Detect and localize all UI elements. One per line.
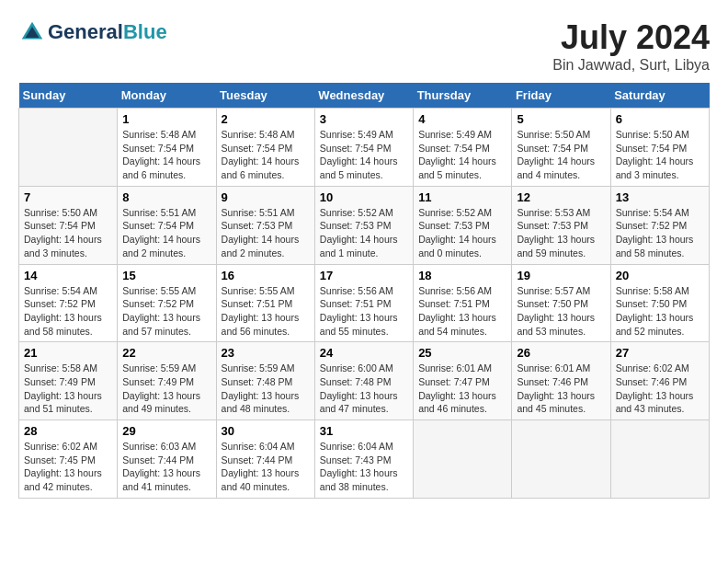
calendar-cell: 7Sunrise: 5:50 AM Sunset: 7:54 PM Daylig… bbox=[19, 186, 118, 264]
calendar-cell: 22Sunrise: 5:59 AM Sunset: 7:49 PM Dayli… bbox=[118, 342, 216, 420]
day-number: 24 bbox=[320, 346, 408, 360]
calendar-cell: 12Sunrise: 5:53 AM Sunset: 7:53 PM Dayli… bbox=[512, 186, 610, 264]
logo: GeneralBlue bbox=[18, 18, 167, 46]
calendar-week-row: 21Sunrise: 5:58 AM Sunset: 7:49 PM Dayli… bbox=[19, 342, 710, 420]
calendar-cell: 16Sunrise: 5:55 AM Sunset: 7:51 PM Dayli… bbox=[216, 264, 314, 342]
page-title: July 2024 bbox=[552, 18, 710, 57]
calendar-table: SundayMondayTuesdayWednesdayThursdayFrid… bbox=[18, 83, 710, 499]
calendar-cell: 10Sunrise: 5:52 AM Sunset: 7:53 PM Dayli… bbox=[314, 186, 413, 264]
day-number: 26 bbox=[517, 346, 605, 360]
weekday-header-saturday: Saturday bbox=[610, 83, 709, 109]
title-block: July 2024 Bin Jawwad, Surt, Libya bbox=[552, 18, 710, 74]
day-info: Sunrise: 5:49 AM Sunset: 7:54 PM Dayligh… bbox=[418, 128, 506, 182]
calendar-cell: 6Sunrise: 5:50 AM Sunset: 7:54 PM Daylig… bbox=[610, 109, 709, 187]
day-info: Sunrise: 6:01 AM Sunset: 7:47 PM Dayligh… bbox=[418, 362, 506, 416]
weekday-header-wednesday: Wednesday bbox=[314, 83, 413, 109]
calendar-cell bbox=[610, 420, 709, 499]
calendar-cell: 3Sunrise: 5:49 AM Sunset: 7:54 PM Daylig… bbox=[314, 109, 413, 187]
calendar-cell: 11Sunrise: 5:52 AM Sunset: 7:53 PM Dayli… bbox=[414, 186, 512, 264]
day-info: Sunrise: 6:01 AM Sunset: 7:46 PM Dayligh… bbox=[517, 362, 605, 416]
day-number: 5 bbox=[517, 112, 605, 126]
calendar-cell: 26Sunrise: 6:01 AM Sunset: 7:46 PM Dayli… bbox=[512, 342, 610, 420]
day-info: Sunrise: 5:49 AM Sunset: 7:54 PM Dayligh… bbox=[320, 128, 408, 182]
calendar-cell: 20Sunrise: 5:58 AM Sunset: 7:50 PM Dayli… bbox=[610, 264, 709, 342]
day-info: Sunrise: 5:56 AM Sunset: 7:51 PM Dayligh… bbox=[418, 284, 506, 339]
day-number: 28 bbox=[24, 424, 112, 438]
day-number: 18 bbox=[418, 269, 506, 282]
calendar-cell bbox=[19, 109, 118, 187]
day-info: Sunrise: 6:03 AM Sunset: 7:44 PM Dayligh… bbox=[122, 440, 210, 494]
weekday-header-sunday: Sunday bbox=[19, 83, 118, 109]
calendar-week-row: 28Sunrise: 6:02 AM Sunset: 7:45 PM Dayli… bbox=[19, 420, 710, 499]
calendar-cell: 15Sunrise: 5:55 AM Sunset: 7:52 PM Dayli… bbox=[118, 264, 216, 342]
calendar-cell: 30Sunrise: 6:04 AM Sunset: 7:44 PM Dayli… bbox=[216, 420, 314, 499]
day-number: 14 bbox=[24, 269, 112, 282]
weekday-header-row: SundayMondayTuesdayWednesdayThursdayFrid… bbox=[19, 83, 710, 109]
day-info: Sunrise: 5:53 AM Sunset: 7:53 PM Dayligh… bbox=[517, 206, 605, 260]
day-info: Sunrise: 5:59 AM Sunset: 7:49 PM Dayligh… bbox=[122, 362, 210, 416]
day-number: 21 bbox=[24, 346, 112, 360]
day-number: 29 bbox=[122, 424, 210, 438]
calendar-cell: 2Sunrise: 5:48 AM Sunset: 7:54 PM Daylig… bbox=[216, 109, 314, 187]
calendar-cell: 23Sunrise: 5:59 AM Sunset: 7:48 PM Dayli… bbox=[216, 342, 314, 420]
day-number: 13 bbox=[616, 190, 704, 204]
calendar-cell: 1Sunrise: 5:48 AM Sunset: 7:54 PM Daylig… bbox=[118, 109, 216, 187]
day-info: Sunrise: 6:00 AM Sunset: 7:48 PM Dayligh… bbox=[320, 362, 408, 416]
day-info: Sunrise: 5:57 AM Sunset: 7:50 PM Dayligh… bbox=[517, 284, 605, 339]
weekday-header-monday: Monday bbox=[118, 83, 216, 109]
day-number: 2 bbox=[222, 112, 310, 126]
weekday-header-thursday: Thursday bbox=[414, 83, 512, 109]
calendar-cell bbox=[414, 420, 512, 499]
logo-icon bbox=[18, 18, 46, 46]
day-info: Sunrise: 6:02 AM Sunset: 7:45 PM Dayligh… bbox=[24, 440, 112, 494]
calendar-cell: 13Sunrise: 5:54 AM Sunset: 7:52 PM Dayli… bbox=[610, 186, 709, 264]
calendar-cell: 25Sunrise: 6:01 AM Sunset: 7:47 PM Dayli… bbox=[414, 342, 512, 420]
calendar-cell: 21Sunrise: 5:58 AM Sunset: 7:49 PM Dayli… bbox=[19, 342, 118, 420]
day-number: 25 bbox=[418, 346, 506, 360]
weekday-header-friday: Friday bbox=[512, 83, 610, 109]
day-number: 30 bbox=[222, 424, 310, 438]
day-number: 17 bbox=[320, 269, 408, 282]
calendar-week-row: 1Sunrise: 5:48 AM Sunset: 7:54 PM Daylig… bbox=[19, 109, 710, 187]
day-info: Sunrise: 5:58 AM Sunset: 7:49 PM Dayligh… bbox=[24, 362, 112, 416]
day-info: Sunrise: 5:51 AM Sunset: 7:53 PM Dayligh… bbox=[222, 206, 310, 260]
calendar-cell: 4Sunrise: 5:49 AM Sunset: 7:54 PM Daylig… bbox=[414, 109, 512, 187]
day-info: Sunrise: 5:54 AM Sunset: 7:52 PM Dayligh… bbox=[616, 206, 704, 260]
calendar-cell: 31Sunrise: 6:04 AM Sunset: 7:43 PM Dayli… bbox=[314, 420, 413, 499]
calendar-cell: 8Sunrise: 5:51 AM Sunset: 7:54 PM Daylig… bbox=[118, 186, 216, 264]
day-number: 15 bbox=[122, 269, 210, 282]
day-number: 10 bbox=[320, 190, 408, 204]
day-number: 11 bbox=[418, 190, 506, 204]
calendar-cell: 24Sunrise: 6:00 AM Sunset: 7:48 PM Dayli… bbox=[314, 342, 413, 420]
page-subtitle: Bin Jawwad, Surt, Libya bbox=[552, 57, 710, 74]
day-info: Sunrise: 5:51 AM Sunset: 7:54 PM Dayligh… bbox=[122, 206, 210, 260]
day-info: Sunrise: 5:50 AM Sunset: 7:54 PM Dayligh… bbox=[24, 206, 112, 260]
day-info: Sunrise: 5:58 AM Sunset: 7:50 PM Dayligh… bbox=[616, 284, 704, 339]
calendar-cell: 19Sunrise: 5:57 AM Sunset: 7:50 PM Dayli… bbox=[512, 264, 610, 342]
weekday-header-tuesday: Tuesday bbox=[216, 83, 314, 109]
day-number: 27 bbox=[616, 346, 704, 360]
day-number: 9 bbox=[222, 190, 310, 204]
calendar-cell: 17Sunrise: 5:56 AM Sunset: 7:51 PM Dayli… bbox=[314, 264, 413, 342]
day-number: 6 bbox=[616, 112, 704, 126]
day-info: Sunrise: 5:48 AM Sunset: 7:54 PM Dayligh… bbox=[122, 128, 210, 182]
day-info: Sunrise: 5:52 AM Sunset: 7:53 PM Dayligh… bbox=[418, 206, 506, 260]
day-info: Sunrise: 5:55 AM Sunset: 7:52 PM Dayligh… bbox=[122, 284, 210, 339]
calendar-cell: 18Sunrise: 5:56 AM Sunset: 7:51 PM Dayli… bbox=[414, 264, 512, 342]
day-info: Sunrise: 5:59 AM Sunset: 7:48 PM Dayligh… bbox=[222, 362, 310, 416]
day-info: Sunrise: 5:54 AM Sunset: 7:52 PM Dayligh… bbox=[24, 284, 112, 339]
day-number: 4 bbox=[418, 112, 506, 126]
calendar-week-row: 7Sunrise: 5:50 AM Sunset: 7:54 PM Daylig… bbox=[19, 186, 710, 264]
day-number: 19 bbox=[517, 269, 605, 282]
calendar-cell: 5Sunrise: 5:50 AM Sunset: 7:54 PM Daylig… bbox=[512, 109, 610, 187]
day-info: Sunrise: 6:02 AM Sunset: 7:46 PM Dayligh… bbox=[616, 362, 704, 416]
day-number: 31 bbox=[320, 424, 408, 438]
calendar-week-row: 14Sunrise: 5:54 AM Sunset: 7:52 PM Dayli… bbox=[19, 264, 710, 342]
day-number: 7 bbox=[24, 190, 112, 204]
calendar-cell: 29Sunrise: 6:03 AM Sunset: 7:44 PM Dayli… bbox=[118, 420, 216, 499]
day-info: Sunrise: 6:04 AM Sunset: 7:43 PM Dayligh… bbox=[320, 440, 408, 494]
day-number: 22 bbox=[122, 346, 210, 360]
day-info: Sunrise: 5:50 AM Sunset: 7:54 PM Dayligh… bbox=[517, 128, 605, 182]
day-number: 8 bbox=[122, 190, 210, 204]
day-number: 23 bbox=[222, 346, 310, 360]
